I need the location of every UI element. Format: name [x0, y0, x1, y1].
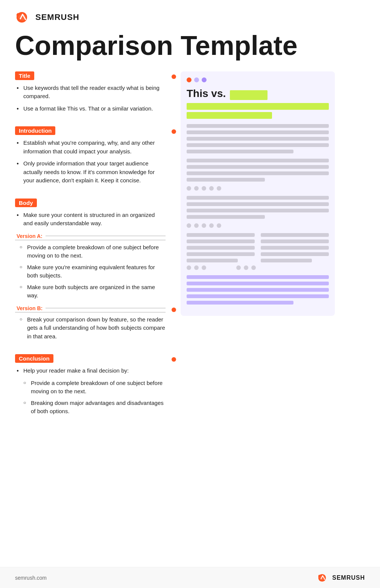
browser-dot-1	[187, 77, 192, 82]
mockup-conclusion-lines	[187, 275, 329, 305]
version-a-label: Version A:	[15, 233, 166, 240]
header: SEMRUSH	[0, 0, 380, 28]
browser-dot-2	[194, 77, 199, 82]
mockup-body-lines-2	[187, 196, 329, 228]
gray-line	[187, 196, 329, 200]
dot-sm	[202, 223, 206, 228]
dot-sm	[202, 265, 206, 270]
title-bullet-1: Use keywords that tell the reader exactl…	[15, 84, 166, 101]
title-section: Title Use keywords that tell the reader …	[15, 71, 166, 113]
conclusion-item-1: Provide a complete breakdown of one subj…	[23, 379, 166, 396]
connector-dot-title	[172, 74, 176, 79]
gray-line	[187, 215, 265, 219]
conclusion-intro-bullets: Help your reader make a final decision b…	[15, 367, 166, 375]
dot-sm	[236, 265, 241, 270]
dot-sm	[244, 265, 248, 270]
conclusion-intro-bullet: Help your reader make a final decision b…	[15, 367, 166, 375]
conclusion-section: Conclusion Help your reader make a final…	[15, 354, 166, 416]
footer-brand-name: SEMRUSH	[332, 574, 365, 581]
connector-dot-conclusion	[172, 357, 176, 362]
intro-label: Introduction	[15, 126, 55, 135]
body-intro-bullets: Make sure your content is structured in …	[15, 211, 166, 228]
intro-bullets: Establish what you're comparing, why, an…	[15, 139, 166, 185]
dot-sm	[194, 265, 199, 270]
title-label: Title	[15, 71, 34, 80]
dot-sm	[209, 186, 214, 191]
dot-sm	[194, 223, 199, 228]
mockup-green-bar-2	[187, 112, 272, 119]
dots-row-1	[187, 186, 329, 191]
mockup-two-col-section	[187, 233, 329, 270]
mockup-card: This vs.	[181, 71, 335, 316]
semrush-logo-icon	[15, 11, 32, 24]
title-bullet-2: Use a format like This vs. That or a sim…	[15, 105, 166, 113]
page-title: Comparison Template	[0, 28, 380, 71]
gray-line	[187, 150, 293, 153]
dot-sm	[217, 186, 221, 191]
dot-sm	[187, 223, 191, 228]
gray-lines-body1	[187, 159, 329, 182]
gray-line-lavender	[187, 275, 329, 279]
dots-row-right	[236, 265, 256, 270]
footer-logo: SEMRUSH	[317, 573, 365, 583]
version-a-item-1: Provide a complete breakdown of one subj…	[19, 243, 166, 260]
version-a-list: Provide a complete breakdown of one subj…	[15, 243, 166, 300]
gray-lines-conclusion	[187, 275, 329, 305]
mockup-title-highlight	[230, 90, 268, 100]
right-column-mockup: This vs.	[181, 71, 346, 316]
dot-sm	[202, 186, 206, 191]
gray-line	[261, 246, 329, 250]
mockup-title-text: This vs.	[187, 88, 226, 99]
connector-dot-intro	[172, 129, 176, 134]
gray-lines-body2	[187, 196, 329, 219]
conclusion-sub-list: Provide a complete breakdown of one subj…	[19, 379, 166, 416]
mockup-body-lines-1	[187, 159, 329, 191]
gray-line	[187, 178, 265, 182]
gray-line	[187, 209, 329, 212]
gray-line	[187, 171, 329, 175]
browser-dots	[187, 77, 329, 82]
gray-line-lavender	[187, 282, 329, 285]
brand-name: SEMRUSH	[35, 12, 79, 22]
col-lines-left	[187, 233, 255, 262]
dot-sm	[217, 223, 221, 228]
dots-row-2	[187, 223, 329, 228]
gray-line	[187, 239, 255, 243]
gray-line	[187, 233, 255, 237]
dot-sm	[187, 265, 191, 270]
content-area: Title Use keywords that tell the reader …	[0, 71, 380, 429]
gray-line	[261, 252, 329, 256]
gray-line	[187, 159, 329, 162]
col-lines-right	[261, 233, 329, 262]
two-col-lines	[187, 233, 329, 262]
mockup-title-section: This vs.	[187, 88, 329, 119]
gray-lines-intro	[187, 124, 329, 153]
dot-sm	[187, 186, 191, 191]
dots-row-left	[187, 265, 206, 270]
gray-line	[261, 259, 312, 262]
conclusion-item-2: Breaking down major advantages and disad…	[23, 399, 166, 416]
gray-line-lavender	[187, 294, 329, 298]
footer-url: semrush.com	[15, 575, 47, 581]
body-intro-bullet: Make sure your content is structured in …	[15, 211, 166, 228]
gray-line	[187, 137, 329, 141]
dot-sm	[251, 265, 256, 270]
version-a-item-2: Make sure you're examining equivalent fe…	[19, 263, 166, 280]
connector-dot-version-a	[172, 308, 176, 312]
version-b-item-1: Break your comparison down by feature, s…	[19, 315, 166, 341]
title-bullets: Use keywords that tell the reader exactl…	[15, 84, 166, 113]
intro-bullet-2: Only provide information that your targe…	[15, 159, 166, 185]
gray-line	[187, 143, 329, 147]
version-b-label: Version B:	[15, 305, 166, 312]
gray-line	[187, 246, 255, 250]
gray-line	[187, 252, 255, 256]
browser-dot-3	[202, 77, 207, 82]
body-section: Body Make sure your content is structure…	[15, 199, 166, 341]
gray-line	[187, 259, 238, 262]
gray-line-lavender	[187, 288, 329, 292]
dot-sm	[209, 223, 214, 228]
footer-logo-icon	[317, 573, 329, 583]
gray-line	[187, 130, 329, 134]
mockup-intro-lines	[187, 124, 329, 153]
version-a-item-3: Make sure both subjects are organized in…	[19, 283, 166, 300]
